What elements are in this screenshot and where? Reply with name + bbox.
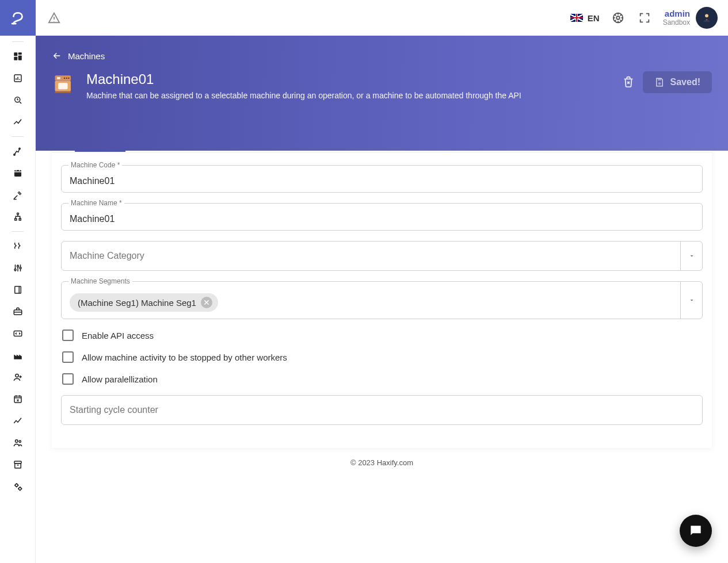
- warning-icon[interactable]: [46, 10, 62, 26]
- chip-segment: (Machine Seg1) Machine Seg1 ✕: [70, 293, 218, 312]
- delete-button[interactable]: [622, 75, 635, 90]
- svg-point-32: [64, 78, 65, 79]
- nav-report[interactable]: [0, 67, 35, 89]
- nav-workflow[interactable]: [0, 235, 35, 257]
- nav-calendar-x[interactable]: [0, 388, 35, 410]
- svg-point-26: [18, 488, 21, 491]
- svg-rect-1: [18, 52, 21, 55]
- saved-label: Saved!: [670, 77, 700, 87]
- help-icon[interactable]: [610, 10, 626, 26]
- nav-archive[interactable]: [0, 454, 35, 476]
- nav-gavel[interactable]: [0, 184, 35, 206]
- field-cycle-counter[interactable]: [61, 395, 703, 425]
- svg-point-33: [66, 78, 67, 79]
- page-subtitle: Machine that can be assigned to a select…: [86, 91, 521, 100]
- field-machine-category[interactable]: Machine Category: [61, 241, 703, 271]
- page-hero: Machines Machine01 Machine that can be a…: [36, 36, 728, 151]
- nav-dashboard[interactable]: [0, 45, 35, 67]
- svg-rect-36: [58, 83, 68, 89]
- svg-point-29: [705, 14, 708, 17]
- app-logo[interactable]: [0, 0, 36, 36]
- svg-point-22: [19, 441, 21, 442]
- chat-fab[interactable]: [680, 515, 712, 547]
- svg-rect-0: [14, 52, 17, 56]
- label-machine-category: Machine Category: [62, 242, 680, 270]
- label-machine-segments: Machine Segments: [68, 277, 132, 285]
- nav-factory[interactable]: [0, 344, 35, 366]
- svg-point-39: [658, 82, 661, 85]
- label-stop-activity: Allow machine activity to be stopped by …: [82, 353, 287, 362]
- svg-point-34: [68, 78, 69, 79]
- nav-settings[interactable]: [0, 476, 35, 497]
- nav-robot[interactable]: [0, 140, 35, 162]
- field-machine-name[interactable]: Machine Name *: [61, 203, 703, 231]
- breadcrumb-label: Machines: [68, 51, 105, 61]
- svg-point-14: [17, 266, 18, 267]
- chip-segment-label: (Machine Seg1) Machine Seg1: [78, 298, 196, 308]
- nav-team[interactable]: [0, 432, 35, 454]
- checkbox-api-access[interactable]: [62, 330, 74, 341]
- svg-point-10: [17, 213, 18, 215]
- svg-rect-16: [14, 286, 21, 293]
- nav-toolbox[interactable]: [0, 301, 35, 323]
- svg-rect-24: [14, 464, 21, 468]
- avatar: [696, 7, 718, 29]
- dropdown-machine-segments[interactable]: [680, 282, 702, 319]
- form: Machine Code * Machine Name * Machine Ca…: [52, 152, 712, 425]
- label-parallelization: Allow paralellization: [82, 374, 158, 384]
- svg-rect-11: [14, 219, 16, 220]
- svg-rect-38: [658, 78, 661, 81]
- user-menu[interactable]: admin Sandbox: [663, 7, 718, 29]
- input-machine-code[interactable]: [70, 176, 694, 186]
- svg-point-19: [15, 374, 18, 377]
- svg-rect-2: [18, 56, 21, 60]
- breadcrumb-back[interactable]: Machines: [52, 51, 712, 61]
- field-machine-segments[interactable]: Machine Segments (Machine Seg1) Machine …: [61, 281, 703, 319]
- machine-icon: [52, 71, 77, 97]
- nav-tuning[interactable]: [0, 257, 35, 279]
- user-role: Sandbox: [663, 19, 690, 27]
- checkbox-stop-activity[interactable]: [62, 351, 74, 363]
- svg-point-15: [20, 267, 21, 269]
- fullscreen-icon[interactable]: [636, 10, 653, 26]
- language-label: EN: [588, 13, 600, 23]
- language-switch[interactable]: EN: [570, 13, 600, 23]
- nav-trend[interactable]: [0, 111, 35, 133]
- nav-user-add[interactable]: [0, 366, 35, 388]
- nav-code[interactable]: [0, 323, 35, 344]
- svg-point-25: [15, 484, 18, 487]
- content-card: Information Machine Shifts Machine Calen…: [52, 115, 712, 448]
- svg-rect-12: [19, 219, 21, 220]
- svg-point-13: [14, 269, 16, 271]
- field-machine-code[interactable]: Machine Code *: [61, 165, 703, 193]
- flag-uk-icon: [570, 14, 583, 22]
- chip-remove-icon[interactable]: ✕: [201, 297, 212, 308]
- nav-inspect[interactable]: [0, 89, 35, 111]
- sidebar: [0, 0, 36, 563]
- nav-trend2[interactable]: [0, 410, 35, 432]
- svg-rect-37: [55, 91, 71, 93]
- svg-rect-20: [14, 396, 21, 403]
- label-api-access: Enable API access: [82, 331, 154, 340]
- footer-text: © 2023 Haxify.com: [52, 448, 712, 481]
- svg-rect-3: [14, 57, 17, 60]
- nav-book[interactable]: [0, 279, 35, 301]
- label-machine-name: Machine Name *: [68, 199, 124, 207]
- svg-rect-31: [57, 77, 60, 79]
- checkbox-parallelization[interactable]: [62, 373, 74, 385]
- svg-point-28: [616, 16, 620, 20]
- input-machine-name[interactable]: [70, 214, 694, 224]
- svg-point-21: [15, 440, 18, 443]
- topbar: EN admin Sandbox: [36, 0, 728, 36]
- dropdown-machine-category[interactable]: [680, 242, 702, 270]
- label-machine-code: Machine Code *: [68, 161, 122, 169]
- user-name: admin: [663, 9, 690, 18]
- page-title: Machine01: [86, 71, 521, 87]
- input-cycle-counter[interactable]: [70, 405, 694, 415]
- nav-hierarchy[interactable]: [0, 206, 35, 228]
- saved-indicator: Saved!: [643, 71, 712, 93]
- nav-calendar[interactable]: [0, 162, 35, 184]
